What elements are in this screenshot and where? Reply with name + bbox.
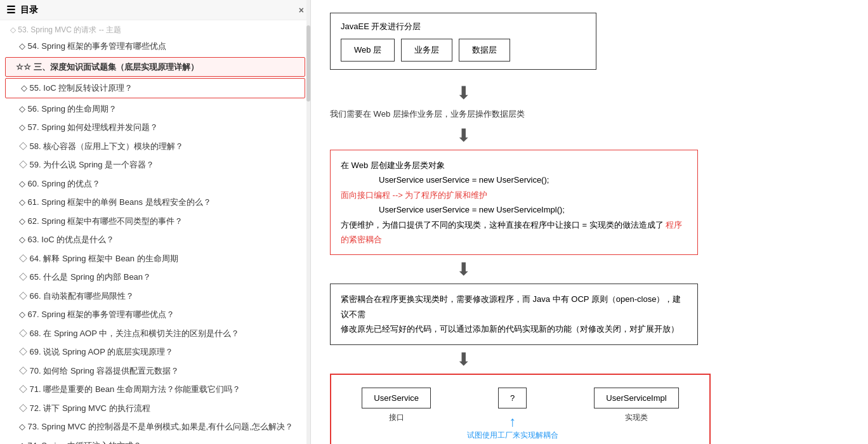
toc-item-label: ◇ 66. 自动装配有哪些局限性？ — [19, 290, 134, 303]
toc-item-69[interactable]: ◇ 69. 说说 Spring AOP 的底层实现原理？ — [0, 343, 310, 362]
toc-item-58[interactable]: ◇ 58. 核心容器（应用上下文）模块的理解？ — [0, 137, 310, 156]
toc-item-54[interactable]: ◇ 54. Spring 框架的事务管理有哪些优点 — [0, 37, 310, 56]
code-line-4: 方便维护，为借口提供了不同的实现类，这种直接在程序中让接口 = 实现类的做法造成… — [341, 218, 687, 247]
javaee-diagram: JavaEE 开发进行分层 Web 层 业务层 数据层 — [330, 13, 849, 70]
toc-item-label: ◇ 71. 哪些是重要的 Bean 生命周期方法？你能重载它们吗？ — [19, 383, 240, 396]
toc-close-button[interactable]: × — [299, 5, 304, 15]
factory-top-row: UserService 接口 ? ↑ 试图使用工厂来实现解耦合 Factory — [344, 388, 697, 444]
factory-arrow-text: 试图使用工厂来实现解耦合 — [467, 430, 558, 441]
toc-item-70[interactable]: ◇ 70. 如何给 Spring 容器提供配置元数据？ — [0, 362, 310, 381]
toc-item-59[interactable]: ◇ 59. 为什么说 Spring 是一个容器？ — [0, 155, 310, 174]
toc-item-55[interactable]: ◇ 55. IoC 控制反转设计原理？ — [5, 78, 305, 98]
toc-item-74[interactable]: ◇ 74. Spring 中循环注入的方式？ — [0, 436, 310, 445]
javaee-box: JavaEE 开发进行分层 Web 层 业务层 数据层 — [330, 13, 596, 70]
toc-item-label: 三、深度知识面试题集（底层实现原理详解） — [34, 61, 199, 74]
factory-node-userservice: UserService 接口 — [362, 388, 431, 423]
arrow-down-3: ⬇ — [330, 259, 596, 280]
code-line-1: UserService userService = new UserServic… — [341, 173, 687, 187]
toc-scrollbar[interactable] — [306, 0, 310, 444]
toc-item-68[interactable]: ◇ 68. 在 Spring AOP 中，关注点和横切关注的区别是什么？ — [0, 324, 310, 343]
toc-item-label: ◇ 74. Spring 中循环注入的方式？ — [19, 440, 142, 445]
toc-item-64[interactable]: ◇ 64. 解释 Spring 框架中 Bean 的生命周期 — [0, 249, 310, 268]
toc-panel: ☰ 目录 × ◇ 53. Spring MVC 的请求 -- 主题 ◇ 54. … — [0, 0, 311, 444]
code-box-1: 在 Web 层创建业务层类对象 UserService userService … — [330, 150, 698, 255]
arrow-down-2: ⬇ — [330, 125, 596, 146]
toc-scrollbar-thumb[interactable] — [306, 25, 310, 101]
toc-item-71[interactable]: ◇ 71. 哪些是重要的 Bean 生命周期方法？你能重载它们吗？ — [0, 380, 310, 399]
toc-header: ☰ 目录 × — [0, 0, 310, 20]
toc-body: ◇ 53. Spring MVC 的请求 -- 主题 ◇ 54. Spring … — [0, 20, 310, 444]
toc-item-label: ◇ 67. Spring 框架的事务管理有哪些优点？ — [19, 308, 175, 321]
toc-item-label: ◇ 56. Spring 的生命周期？ — [19, 103, 117, 115]
layer-data: 数据层 — [459, 39, 510, 62]
arrow-down-4: ⬇ — [330, 349, 596, 370]
toc-item-label: ◇ 72. 讲下 Spring MVC 的执行流程 — [19, 402, 150, 415]
userservice-box: UserService — [362, 388, 431, 408]
toc-item-label: ◇ 53. Spring MVC 的请求 -- 主题 — [10, 24, 121, 36]
toc-item-62[interactable]: ◇ 62. Spring 框架中有哪些不同类型的事件？ — [0, 212, 310, 231]
toc-item-label: ◇ 62. Spring 框架中有哪些不同类型的事件？ — [19, 215, 183, 228]
toc-item-label: ◇ 57. Spring 如何处理线程并发问题？ — [19, 121, 159, 134]
question-box: ? — [498, 388, 527, 408]
code-line-4-text: 方便维护，为借口提供了不同的实现类，这种直接在程序中让接口 = 实现类的做法造成… — [341, 220, 666, 230]
toc-item-label: ◇ 68. 在 Spring AOP 中，关注点和横切关注的区别是什么？ — [19, 327, 239, 340]
factory-node-userimpl: UserServiceImpl 实现类 — [594, 388, 678, 423]
content-panel: JavaEE 开发进行分层 Web 层 业务层 数据层 ⬇ 我们需要在 Web … — [311, 0, 868, 444]
toc-item-label: ◇ 63. IoC 的优点是什么？ — [19, 233, 114, 246]
desc-1: 我们需要在 Web 层操作业务层，业务层操作数据层类 — [330, 108, 711, 120]
toc-section-icon: ☆☆ — [16, 61, 31, 74]
toc-item-73[interactable]: ◇ 73. Spring MVC 的控制器是不是单例模式,如果是,有什么问题,怎… — [0, 417, 310, 436]
toc-item-label: ◇ 61. Spring 框架中的单例 Beans 是线程安全的么？ — [19, 196, 211, 209]
toc-item-label: ◇ 73. Spring MVC 的控制器是不是单例模式,如果是,有什么问题,怎… — [19, 421, 293, 433]
factory-node-question: ? ↑ 试图使用工厂来实现解耦合 Factory — [467, 388, 558, 444]
toc-item-63[interactable]: ◇ 63. IoC 的优点是什么？ — [0, 230, 310, 249]
userservice-label: UserService — [374, 393, 419, 403]
toc-section-3[interactable]: ☆☆ 三、深度知识面试题集（底层实现原理详解） — [5, 57, 305, 77]
desc2-line2: 修改原先已经写好的代码，可以通过添加新的代码实现新的功能（对修改关闭，对扩展开放… — [341, 322, 687, 336]
javaee-layers: Web 层 业务层 数据层 — [341, 39, 586, 62]
userimpl-label: UserServiceImpl — [606, 393, 666, 403]
toc-item-label: ◇ 55. IoC 控制反转设计原理？ — [21, 82, 133, 95]
arrow-down-1: ⬇ — [330, 82, 596, 103]
toc-item-label: ◇ 69. 说说 Spring AOP 的底层实现原理？ — [19, 346, 173, 358]
javaee-title: JavaEE 开发进行分层 — [341, 21, 586, 32]
toc-item-56[interactable]: ◇ 56. Spring 的生命周期？ — [0, 100, 310, 119]
code-box-title: 在 Web 层创建业务层类对象 — [341, 158, 687, 173]
toc-item-label: ◇ 64. 解释 Spring 框架中 Bean 的生命周期 — [19, 252, 178, 265]
toc-title: 目录 — [20, 4, 38, 16]
toc-item-61[interactable]: ◇ 61. Spring 框架中的单例 Beans 是线程安全的么？ — [0, 193, 310, 212]
arrow-up-icon: ↑ — [509, 414, 516, 430]
toc-item-label: ◇ 59. 为什么说 Spring 是一个容器？ — [19, 159, 154, 171]
layer-business: 业务层 — [401, 39, 452, 62]
toc-item-label: ◇ 65. 什么是 Spring 的内部 Bean？ — [19, 271, 151, 284]
desc2-line1: 紧密耦合在程序更换实现类时，需要修改源程序，而 Java 中有 OCP 原则（o… — [341, 292, 687, 322]
toc-header-left: ☰ 目录 — [6, 4, 38, 16]
info-box: 紧密耦合在程序更换实现类时，需要修改源程序，而 Java 中有 OCP 原则（o… — [330, 284, 698, 344]
toc-item-65[interactable]: ◇ 65. 什么是 Spring 的内部 Bean？ — [0, 268, 310, 287]
factory-diagram-box: UserService 接口 ? ↑ 试图使用工厂来实现解耦合 Factory — [330, 374, 711, 444]
factory-arrow-area: ↑ 试图使用工厂来实现解耦合 Factory — [467, 414, 558, 444]
userimpl-box: UserServiceImpl — [594, 388, 678, 408]
toc-menu-icon: ☰ — [6, 4, 15, 16]
toc-item-cutoff-top[interactable]: ◇ 53. Spring MVC 的请求 -- 主题 — [0, 23, 310, 37]
toc-item-label: ◇ 58. 核心容器（应用上下文）模块的理解？ — [19, 140, 183, 153]
toc-item-66[interactable]: ◇ 66. 自动装配有哪些局限性？ — [0, 287, 310, 306]
toc-item-label: ◇ 60. Spring 的优点？ — [19, 178, 101, 190]
code-line-3: UserService userService = new UserServic… — [341, 202, 687, 217]
userservice-sublabel: 接口 — [389, 412, 404, 423]
toc-item-67[interactable]: ◇ 67. Spring 框架的事务管理有哪些优点？ — [0, 305, 310, 324]
code-line-2: 面向接口编程 --> 为了程序的扩展和维护 — [341, 188, 687, 202]
toc-item-label: ◇ 70. 如何给 Spring 容器提供配置元数据？ — [19, 365, 179, 377]
userimpl-sublabel: 实现类 — [625, 412, 648, 423]
question-label: ? — [510, 393, 515, 403]
toc-item-72[interactable]: ◇ 72. 讲下 Spring MVC 的执行流程 — [0, 399, 310, 418]
toc-item-label: ◇ 54. Spring 框架的事务管理有哪些优点 — [19, 40, 167, 53]
toc-item-60[interactable]: ◇ 60. Spring 的优点？ — [0, 174, 310, 193]
layer-web: Web 层 — [341, 39, 395, 62]
toc-item-57[interactable]: ◇ 57. Spring 如何处理线程并发问题？ — [0, 118, 310, 137]
